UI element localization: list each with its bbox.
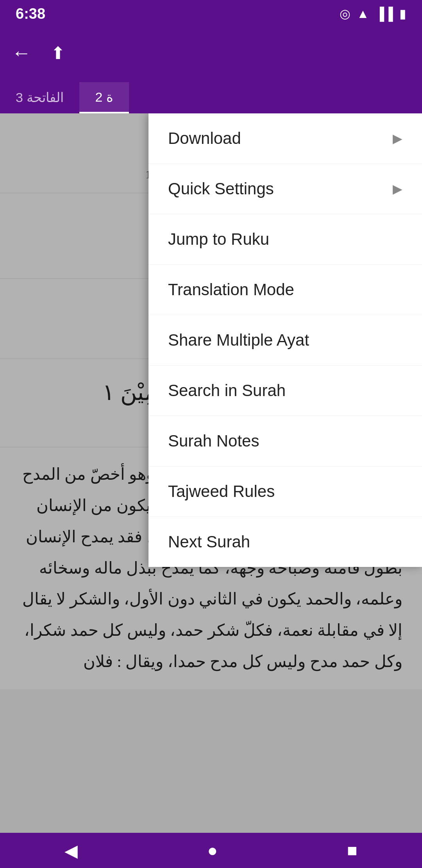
wifi-icon: ▲	[357, 7, 369, 21]
tab-faatiha[interactable]: الفاتحة 3	[0, 82, 79, 113]
tabs-bar: الفاتحة 3 2 ة	[0, 78, 422, 113]
dropdown-menu: Download ▶ Quick Settings ▶ Jump to Ruku…	[148, 113, 422, 567]
back-button[interactable]: ←	[12, 41, 31, 64]
menu-item-next-surah[interactable]: Next Surah	[148, 517, 422, 567]
nav-recents-button[interactable]: ■	[331, 837, 373, 864]
menu-item-jump-ruku[interactable]: Jump to Ruku	[148, 214, 422, 265]
menu-item-quick-settings-arrow: ▶	[393, 181, 402, 196]
status-bar: 6:38 ◎ ▲ ▐▐ ▮	[0, 0, 422, 27]
menu-item-translation-mode-label: Translation Mode	[168, 280, 294, 299]
menu-item-tajweed-rules-label: Tajweed Rules	[168, 482, 275, 501]
menu-item-translation-mode[interactable]: Translation Mode	[148, 265, 422, 315]
menu-item-next-surah-label: Next Surah	[168, 533, 250, 551]
content-area: بِّ الْعٰلَمِيْنَ ۚ‏ 1 پارہ رکوع 1 سورۃ …	[0, 113, 422, 833]
signal-icon: ▐▐	[376, 7, 393, 21]
battery-icon: ▮	[399, 6, 406, 21]
menu-item-share-multiple-label: Share Multiple Ayat	[168, 331, 309, 350]
menu-item-download-label: Download	[168, 129, 241, 148]
header: ← ⬆	[0, 27, 422, 78]
menu-item-share-multiple[interactable]: Share Multiple Ayat	[148, 315, 422, 366]
nav-home-button[interactable]: ●	[191, 837, 233, 864]
status-icons: ◎ ▲ ▐▐ ▮	[340, 6, 406, 21]
menu-item-surah-notes[interactable]: Surah Notes	[148, 416, 422, 466]
share-button[interactable]: ⬆	[51, 43, 65, 63]
recording-icon: ◎	[340, 6, 350, 21]
status-time: 6:38	[16, 5, 45, 22]
menu-item-search-surah-label: Search in Surah	[168, 381, 286, 400]
menu-item-tajweed-rules[interactable]: Tajweed Rules	[148, 466, 422, 517]
tab-2[interactable]: 2 ة	[79, 82, 129, 113]
menu-item-surah-notes-label: Surah Notes	[168, 432, 259, 450]
menu-item-search-surah[interactable]: Search in Surah	[148, 366, 422, 416]
nav-back-button[interactable]: ◀	[49, 837, 93, 864]
bottom-nav: ◀ ● ■	[0, 833, 422, 868]
menu-item-download-arrow: ▶	[393, 131, 402, 146]
menu-item-quick-settings[interactable]: Quick Settings ▶	[148, 164, 422, 214]
menu-item-quick-settings-label: Quick Settings	[168, 179, 274, 198]
menu-item-download[interactable]: Download ▶	[148, 113, 422, 164]
menu-item-jump-ruku-label: Jump to Ruku	[168, 230, 269, 249]
